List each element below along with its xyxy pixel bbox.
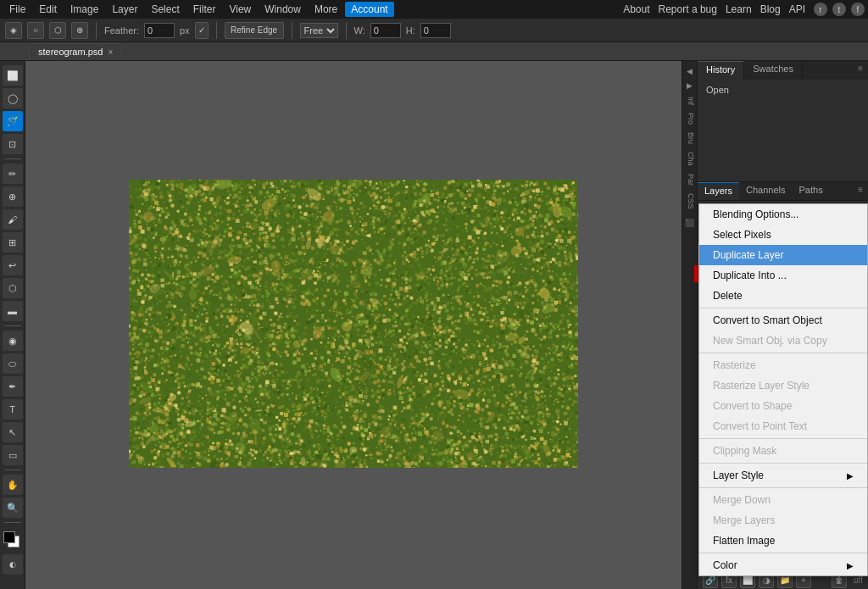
ctx-layer-style-arrow: ▶ [847, 471, 854, 481]
menu-layer[interactable]: Layer [106, 2, 143, 17]
tool-spot-heal[interactable]: ⊕ [3, 186, 23, 207]
menu-bar: File Edit Image Layer Select Filter View… [0, 0, 868, 19]
tool-text[interactable]: T [3, 399, 23, 420]
tool-magnetic-btn[interactable]: ⊕ [71, 22, 88, 39]
ctx-sep-4 [699, 463, 867, 464]
tool-pen[interactable]: ✒ [3, 376, 23, 397]
tool-blur[interactable]: ◉ [3, 331, 23, 351]
tool-separator-2 [4, 325, 21, 326]
tool-magic-wand[interactable]: 🪄 [3, 111, 23, 131]
tool-eyedropper[interactable]: ✏ [3, 164, 23, 184]
tool-lasso[interactable]: ◯ [3, 88, 23, 108]
tool-lasso-btn[interactable]: ○ [27, 22, 44, 39]
panel-label-cha[interactable]: Cha [682, 148, 697, 169]
menu-report-bug[interactable]: Report a bug [659, 3, 717, 15]
file-tab[interactable]: stereogram.psd × [29, 43, 122, 60]
social-icons: r t f [814, 3, 865, 16]
tool-shape[interactable]: ▭ [3, 445, 23, 465]
panel-label-pro[interactable]: Pro [682, 109, 697, 128]
ctx-sep-2 [699, 353, 867, 353]
layers-tab-arrow[interactable]: ≡ [853, 182, 868, 200]
menu-edit[interactable]: Edit [33, 2, 63, 17]
facebook-icon[interactable]: f [851, 3, 865, 16]
ctx-sep-3 [699, 438, 867, 439]
canvas[interactable] [129, 180, 578, 468]
tool-polygon-btn[interactable]: ⬡ [49, 22, 66, 39]
right-panel: ◀ ▶ Inf Pro Bru Cha Par CSS ⬛ History Sw… [682, 61, 868, 589]
menu-select[interactable]: Select [145, 2, 185, 17]
menu-image[interactable]: Image [64, 2, 104, 17]
refine-edge-btn[interactable]: Refine Edge [225, 22, 284, 39]
ctx-sep-1 [699, 308, 867, 308]
tool-history-brush[interactable]: ↩ [3, 255, 23, 275]
tab-swatches[interactable]: Swatches [744, 61, 803, 80]
ctx-convert-smart-object[interactable]: Convert to Smart Object [699, 310, 867, 331]
tab-layers[interactable]: Layers [698, 182, 739, 200]
ctx-duplicate-layer[interactable]: Duplicate Layer [699, 245, 867, 265]
tab-history[interactable]: History [698, 61, 744, 80]
tool-dodge[interactable]: ⬭ [3, 353, 23, 374]
menu-about[interactable]: About [623, 3, 649, 15]
panel-label-par[interactable]: Par [682, 170, 697, 189]
menu-more[interactable]: More [309, 2, 343, 17]
canvas-area[interactable] [25, 61, 682, 589]
ctx-color[interactable]: Color ▶ [699, 555, 867, 575]
tool-crop[interactable]: ⊡ [3, 134, 23, 154]
menu-blog[interactable]: Blog [760, 3, 781, 15]
menu-right-items: About Report a bug Learn Blog API r t f [623, 3, 865, 16]
ctx-delete[interactable]: Delete [699, 286, 867, 306]
panel-label-bru[interactable]: Bru [682, 129, 697, 147]
tab-paths[interactable]: Paths [793, 182, 830, 200]
menu-account[interactable]: Account [345, 2, 393, 17]
ctx-select-pixels[interactable]: Select Pixels [699, 225, 867, 245]
ctx-layer-style[interactable]: Layer Style ▶ [699, 465, 867, 486]
panel-sidebar-arrow-left[interactable]: ◀ [682, 64, 696, 78]
ctx-layer-style-label: Layer Style [713, 470, 764, 481]
tool-hand[interactable]: ✋ [3, 475, 23, 495]
menu-filter[interactable]: Filter [187, 2, 222, 17]
ctx-blending-options[interactable]: Blending Options... [699, 204, 867, 225]
tool-brush[interactable]: 🖌 [3, 209, 23, 230]
reddit-icon[interactable]: r [814, 3, 827, 16]
off-label: off [854, 575, 863, 585]
menu-api[interactable]: API [789, 3, 805, 15]
panel-sidebar-arrow-right[interactable]: ▶ [682, 79, 696, 92]
tool-quick-mask[interactable]: ◐ [3, 554, 23, 575]
panel-swatches-icon[interactable]: ⬛ [682, 216, 696, 230]
menu-learn[interactable]: Learn [726, 3, 752, 15]
twitter-icon[interactable]: t [832, 3, 846, 16]
ctx-merge-down: Merge Down [699, 490, 867, 510]
history-item-open[interactable]: Open [703, 83, 863, 97]
tool-path-select[interactable]: ↖ [3, 422, 23, 442]
style-select[interactable]: Free [300, 23, 338, 38]
ctx-merge-layers: Merge Layers [699, 510, 867, 531]
tab-bar: stereogram.psd × [0, 42, 868, 61]
panel-label-css[interactable]: CSS [682, 190, 697, 213]
tool-clone[interactable]: ⊞ [3, 232, 23, 253]
tool-separator-1 [4, 158, 21, 159]
color-swatches[interactable] [3, 531, 22, 550]
panel-label-inf[interactable]: Inf [682, 93, 697, 108]
tab-close-btn[interactable]: × [108, 47, 113, 57]
menu-file[interactable]: File [3, 2, 31, 17]
w-label: W: [354, 25, 365, 36]
tab-channels[interactable]: Channels [739, 182, 792, 200]
h-input[interactable] [420, 23, 451, 38]
menu-window[interactable]: Window [259, 2, 307, 17]
tool-marquee[interactable]: ⬜ [3, 65, 23, 86]
foreground-color[interactable] [3, 531, 15, 543]
tool-select-btn[interactable]: ◈ [5, 22, 22, 39]
ctx-rasterize-layer-style: Rasterize Layer Style [699, 375, 867, 396]
layers-section: Layers Channels Paths ≡ Normal Opacity: … [698, 182, 868, 570]
ctx-flatten-image[interactable]: Flatten Image [699, 531, 867, 551]
anti-alias-btn[interactable]: ✓ [195, 22, 209, 39]
ctx-duplicate-into[interactable]: Duplicate Into ... [699, 265, 867, 286]
ctx-color-label: Color [713, 559, 737, 571]
tool-eraser[interactable]: ⬡ [3, 278, 23, 298]
menu-view[interactable]: View [223, 2, 257, 17]
feather-input[interactable] [144, 23, 175, 38]
tool-zoom[interactable]: 🔍 [3, 497, 23, 518]
w-input[interactable] [370, 23, 401, 38]
tool-gradient[interactable]: ▬ [3, 301, 23, 321]
panel-tab-arrow[interactable]: ≡ [853, 61, 868, 80]
